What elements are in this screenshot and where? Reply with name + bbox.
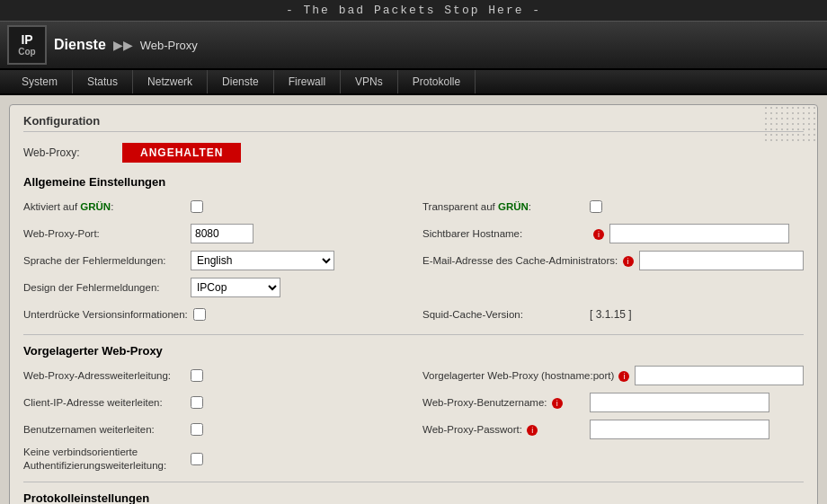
benutzername-proxy-row: Web-Proxy-Benutzername: i <box>422 392 804 413</box>
design-select[interactable]: IPCop <box>191 278 280 297</box>
adressweiterleitung-checkbox[interactable] <box>191 369 203 382</box>
unterdrucke-checkbox[interactable] <box>193 308 206 321</box>
nav-netzwerk[interactable]: Netzwerk <box>133 70 208 93</box>
passwort-label: Web-Proxy-Passwort: i <box>422 424 584 436</box>
protokoll-section-header: Protokolleinstellungen <box>23 491 804 504</box>
client-ip-row: Client-IP-Adresse weiterleiten: <box>23 392 405 413</box>
sprache-row: Sprache der Fehlermeldungen: English <box>23 250 405 271</box>
sprache-label: Sprache der Fehlermeldungen: <box>23 255 185 266</box>
squid-label: Squid-Cache-Version: <box>422 309 584 320</box>
transparent-row: Transparent auf GRÜN: <box>422 196 804 217</box>
port-row: Web-Proxy-Port: <box>23 223 405 244</box>
aktiviert-checkbox[interactable] <box>191 200 203 213</box>
design-label: Design der Fehlermeldungen: <box>23 282 185 293</box>
email-info-icon[interactable]: i <box>623 256 634 267</box>
adressweiterleitung-row: Web-Proxy-Adressweiterleitung: <box>23 365 405 386</box>
benutzernamen-row: Benutzernamen weiterleiten: <box>23 419 405 440</box>
keine-checkbox[interactable] <box>191 453 203 465</box>
nav-dienste[interactable]: Dienste <box>208 70 274 93</box>
transparent-checkbox[interactable] <box>590 200 602 213</box>
nav-protokolle[interactable]: Protokolle <box>398 70 476 93</box>
benutzernamen-checkbox[interactable] <box>191 423 203 436</box>
hostname-label: Sichtbarer Hostname: <box>422 228 584 239</box>
squid-version-value: [ 3.1.15 ] <box>590 308 632 321</box>
transparent-green-text: GRÜN <box>498 201 529 212</box>
passwort-info-icon[interactable]: i <box>527 425 538 436</box>
unterdrucke-row: Unterdrücke Versionsinformationen: <box>23 304 405 325</box>
keine-label: Keine verbindsorientierte Authentifizier… <box>23 446 185 473</box>
card-title: Konfiguration <box>23 114 804 132</box>
logo: IP Cop <box>7 25 47 65</box>
design-row: Design der Fehlermeldungen: IPCop <box>23 277 405 298</box>
aktiviert-row: Aktiviert auf GRÜN: <box>23 196 405 217</box>
sprache-select[interactable]: English <box>191 251 334 270</box>
logo-cop: Cop <box>18 47 35 57</box>
squid-row: Squid-Cache-Version: [ 3.1.15 ] <box>422 304 804 325</box>
header-bar: IP Cop Dienste ▶▶ Web-Proxy <box>0 22 827 70</box>
status-badge: ANGEHALTEN <box>122 143 241 163</box>
passwort-row: Web-Proxy-Passwort: i <box>422 419 804 440</box>
hostname-input[interactable] <box>609 224 789 243</box>
webproxy-status-row: Web-Proxy: ANGEHALTEN <box>23 143 804 163</box>
vorg-hostname-row: Vorgelagerter Web-Proxy (hostname:port) … <box>422 365 804 386</box>
empty-row-1 <box>422 277 804 298</box>
vorg-hostname-label: Vorgelagerter Web-Proxy (hostname:port) … <box>422 370 629 382</box>
breadcrumb-current: Web-Proxy <box>140 39 198 52</box>
email-label: E-Mail-Adresse des Cache-Administrators:… <box>422 255 634 267</box>
passwort-input[interactable] <box>590 420 769 439</box>
main-content: Konfiguration Web-Proxy: ANGEHALTEN Allg… <box>0 95 827 504</box>
divider-2 <box>23 482 804 482</box>
vorgelagerter-form-grid: Web-Proxy-Adressweiterleitung: Vorgelage… <box>23 365 804 473</box>
hostname-info-icon[interactable]: i <box>593 229 604 240</box>
transparent-label: Transparent auf GRÜN: <box>422 201 584 212</box>
nav-vpns[interactable]: VPNs <box>341 70 398 93</box>
nav-bar: System Status Netzwerk Dienste Firewall … <box>0 70 827 95</box>
email-row: E-Mail-Adresse des Cache-Administrators:… <box>422 250 804 271</box>
banner-text: - The bad Packets Stop Here - <box>286 4 541 17</box>
nav-firewall[interactable]: Firewall <box>274 70 341 93</box>
hostname-info: i <box>591 228 604 240</box>
nav-system[interactable]: System <box>7 70 73 93</box>
benutzername-info-icon[interactable]: i <box>552 398 563 409</box>
vorg-hostname-info-icon[interactable]: i <box>618 371 629 382</box>
breadcrumb-arrow: ▶▶ <box>113 38 133 52</box>
general-section-header: Allgemeine Einstellungen <box>23 175 804 189</box>
aktiviert-label: Aktiviert auf GRÜN: <box>23 201 185 212</box>
hostname-row: Sichtbarer Hostname: i <box>422 223 804 244</box>
client-ip-checkbox[interactable] <box>191 396 203 409</box>
unterdrucke-label: Unterdrücke Versionsinformationen: <box>23 309 188 320</box>
keine-row: Keine verbindsorientierte Authentifizier… <box>23 446 405 473</box>
port-input[interactable] <box>191 224 253 243</box>
benutzername-proxy-input[interactable] <box>590 393 769 412</box>
general-form-grid: Aktiviert auf GRÜN: Transparent auf GRÜN… <box>23 196 804 325</box>
benutzernamen-label: Benutzernamen weiterleiten: <box>23 424 185 435</box>
aktiviert-green-text: GRÜN <box>80 201 111 212</box>
divider-1 <box>23 334 804 335</box>
top-banner: - The bad Packets Stop Here - <box>0 0 827 22</box>
email-input[interactable] <box>639 251 805 270</box>
logo-ip: IP <box>18 33 35 47</box>
client-ip-label: Client-IP-Adresse weiterleiten: <box>23 397 185 408</box>
adressweiterleitung-label: Web-Proxy-Adressweiterleitung: <box>23 370 185 381</box>
vorg-hostname-input[interactable] <box>635 366 804 385</box>
app-title: Dienste <box>54 37 106 53</box>
config-card: Konfiguration Web-Proxy: ANGEHALTEN Allg… <box>9 104 818 504</box>
vorgelagerter-section-header: Vorgelagerter Web-Proxy <box>23 344 804 358</box>
empty-row-2 <box>422 446 804 473</box>
webproxy-label: Web-Proxy: <box>23 146 113 159</box>
benutzername-proxy-label: Web-Proxy-Benutzername: i <box>422 397 584 409</box>
port-label: Web-Proxy-Port: <box>23 228 185 239</box>
nav-status[interactable]: Status <box>73 70 133 93</box>
